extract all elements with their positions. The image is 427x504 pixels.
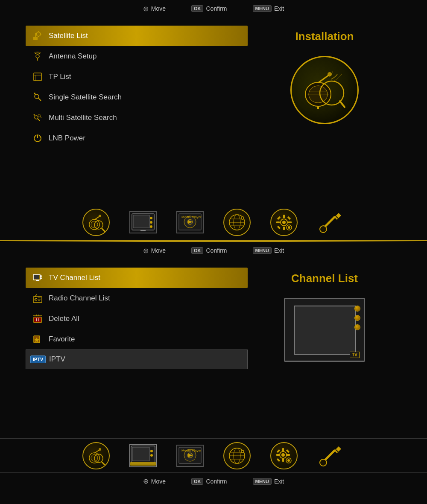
tools-square-icon xyxy=(317,211,345,233)
tv-btn-2 xyxy=(354,315,360,321)
icon-bar-media-player[interactable]: Media Player xyxy=(175,207,205,237)
bottom-icon-bar-tv[interactable] xyxy=(128,441,158,471)
top-icon-bar: Media Player xyxy=(0,205,427,239)
bottom-confirm-label: Confirm xyxy=(206,247,227,254)
bottom-tv-square-icon xyxy=(129,444,157,467)
single-satellite-search-label: Single Satellite Search xyxy=(49,93,122,102)
icon-bar-settings[interactable] xyxy=(269,207,299,237)
tv-btn-3 xyxy=(354,324,360,330)
single-satellite-search-icon xyxy=(32,91,44,103)
svg-point-18 xyxy=(34,114,35,116)
settings-circle-icon xyxy=(270,209,298,236)
svg-point-35 xyxy=(99,215,101,217)
svg-line-16 xyxy=(38,119,40,121)
svg-line-31 xyxy=(340,101,345,107)
final-confirm-control: OK Confirm xyxy=(191,478,227,485)
svg-point-40 xyxy=(150,217,152,219)
confirm-control: OK Confirm xyxy=(191,5,227,12)
delete-all-label: Delete All xyxy=(49,315,79,323)
svg-point-78 xyxy=(35,299,36,300)
menu-item-multi-satellite-search[interactable]: Multi Satellite Search xyxy=(26,108,248,128)
antenna-setup-icon xyxy=(32,50,44,62)
bottom-icon-bar: Media Player xyxy=(0,438,427,472)
final-status-bar: ⊕ Move OK Confirm MENU Exit xyxy=(0,472,427,489)
bottom-media-square-icon: Media Player xyxy=(176,445,204,467)
svg-rect-99 xyxy=(130,462,156,466)
menu-item-delete-all[interactable]: Delete All xyxy=(26,309,248,329)
radio-channel-list-label: Radio Channel List xyxy=(49,294,110,303)
menu-item-radio-channel-list[interactable]: Radio Channel List xyxy=(26,288,248,309)
svg-point-41 xyxy=(150,221,152,224)
svg-rect-59 xyxy=(283,227,285,230)
installation-menu: Satellite List Antenna Setup xyxy=(26,26,248,196)
svg-rect-60 xyxy=(276,221,280,223)
iptv-badge: IPTV xyxy=(30,355,46,363)
svg-point-6 xyxy=(36,55,39,58)
icon-bar-globe[interactable] xyxy=(222,207,252,237)
tv-label: TV xyxy=(350,352,360,358)
iptv-label: IPTV xyxy=(49,355,65,364)
svg-rect-98 xyxy=(132,447,149,461)
final-move-control: ⊕ Move xyxy=(143,477,166,485)
bottom-content-area: TV Channel List Radio Channel List xyxy=(0,259,427,438)
menu-item-iptv[interactable]: IPTV IPTV xyxy=(26,350,248,369)
bottom-icon-bar-settings[interactable] xyxy=(269,441,299,471)
svg-line-93 xyxy=(94,450,99,453)
bottom-menu-key: MENU xyxy=(253,247,272,254)
svg-text:Media Player: Media Player xyxy=(181,215,202,219)
multi-satellite-search-label: Multi Satellite Search xyxy=(49,114,117,122)
menu-item-lnb-power[interactable]: LNB Power xyxy=(26,128,248,149)
bottom-icon-bar-media[interactable]: Media Player xyxy=(175,441,205,471)
bottom-panel: ⊕ Move OK Confirm MENU Exit xyxy=(0,242,427,504)
bottom-icon-bar-tools[interactable] xyxy=(316,441,346,471)
move-label: Move xyxy=(151,5,166,12)
icon-bar-satellite[interactable] xyxy=(81,207,111,237)
icon-bar-tools[interactable] xyxy=(316,207,346,237)
bottom-globe-circle-icon xyxy=(223,442,251,469)
media-player-square-icon: Media Player xyxy=(176,211,204,233)
svg-rect-120 xyxy=(277,449,280,452)
delete-all-icon xyxy=(32,313,44,325)
svg-rect-117 xyxy=(282,458,284,462)
menu-item-favorite[interactable]: Favorite xyxy=(26,329,248,350)
svg-rect-118 xyxy=(276,454,280,456)
svg-point-115 xyxy=(281,453,285,457)
menu-item-antenna-setup[interactable]: Antenna Setup xyxy=(26,46,248,67)
menu-item-tv-channel-list[interactable]: TV Channel List xyxy=(26,268,248,288)
menu-item-tp-list[interactable]: TP List xyxy=(26,67,248,87)
ok-key: OK xyxy=(191,5,204,12)
svg-text:Media Player: Media Player xyxy=(181,449,202,452)
icon-bar-tv[interactable] xyxy=(128,207,158,237)
channel-list-menu: TV Channel List Radio Channel List xyxy=(26,268,248,430)
menu-item-single-satellite-search[interactable]: Single Satellite Search xyxy=(26,87,248,108)
svg-rect-119 xyxy=(287,454,290,456)
menu-item-satellite-list[interactable]: Satellite List xyxy=(26,26,248,46)
bottom-move-label: Move xyxy=(151,247,166,254)
svg-rect-61 xyxy=(288,221,292,223)
tv-square-icon xyxy=(129,211,157,233)
svg-rect-8 xyxy=(34,73,41,81)
svg-point-42 xyxy=(150,225,152,228)
svg-rect-62 xyxy=(277,216,281,219)
radio-channel-list-icon xyxy=(32,292,44,304)
tp-list-icon xyxy=(32,71,44,83)
svg-point-125 xyxy=(287,459,290,462)
svg-point-94 xyxy=(99,448,101,451)
final-ok-key: OK xyxy=(191,478,204,485)
svg-point-67 xyxy=(288,226,290,229)
svg-line-34 xyxy=(94,216,99,220)
bottom-icon-bar-satellite[interactable] xyxy=(81,441,111,471)
installation-title: Installation xyxy=(295,30,354,43)
svg-point-2 xyxy=(36,32,41,36)
satellite-list-icon xyxy=(32,30,44,42)
svg-rect-64 xyxy=(277,225,281,229)
satellite-circle-icon xyxy=(82,209,110,236)
tv-channel-list-icon xyxy=(32,272,44,284)
lnb-power-label: LNB Power xyxy=(49,134,85,143)
tv-btn-1 xyxy=(354,306,360,312)
bottom-tools-icon xyxy=(317,445,345,467)
bottom-icon-bar-globe[interactable] xyxy=(222,441,252,471)
antenna-setup-label: Antenna Setup xyxy=(49,52,97,61)
exit-control: MENU Exit xyxy=(253,5,284,12)
svg-point-113 xyxy=(242,451,243,452)
